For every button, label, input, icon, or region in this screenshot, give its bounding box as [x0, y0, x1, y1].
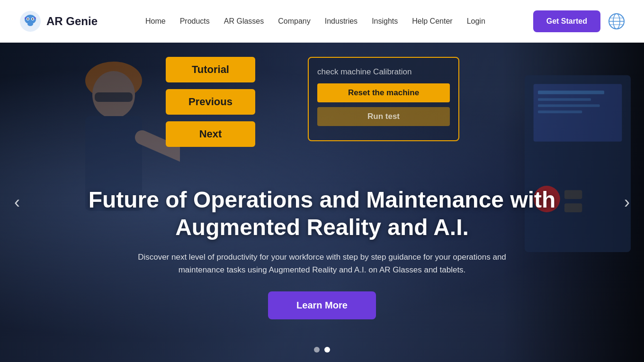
svg-rect-25 [538, 104, 600, 107]
ar-checklist-panel: check machine Calibration Reset the mach… [308, 57, 459, 141]
carousel-dot-1[interactable] [314, 347, 320, 353]
carousel-dots [314, 347, 330, 353]
svg-rect-8 [34, 18, 36, 18]
nav-item-login[interactable]: Login [467, 17, 485, 26]
hero-title: Future of Operations and Maintenance wit… [85, 186, 559, 241]
hero-section: Tutorial Previous Next check machine Cal… [0, 43, 644, 362]
svg-rect-26 [538, 110, 582, 113]
ar-checklist-title: check machine Calibration [317, 67, 450, 77]
nav-item-products[interactable]: Products [180, 17, 210, 26]
ar-buttons-panel: Tutorial Previous Next [166, 57, 255, 147]
tutorial-button[interactable]: Tutorial [166, 57, 255, 82]
learn-more-button[interactable]: Learn More [268, 291, 376, 319]
carousel-dot-2[interactable] [324, 347, 330, 353]
previous-button[interactable]: Previous [166, 89, 255, 115]
nav-item-home[interactable]: Home [145, 17, 166, 26]
svg-rect-24 [538, 98, 591, 101]
hero-content: Future of Operations and Maintenance wit… [0, 186, 644, 319]
logo[interactable]: AR Genie [19, 10, 98, 33]
next-button[interactable]: Next [166, 121, 255, 147]
svg-rect-16 [95, 92, 133, 102]
nav-item-industries[interactable]: Industries [325, 17, 358, 26]
nav-item-help-center[interactable]: Help Center [412, 17, 452, 26]
svg-rect-23 [538, 90, 604, 94]
get-started-button[interactable]: Get Started [533, 10, 600, 32]
carousel-next-button[interactable]: › [619, 188, 635, 217]
carousel-prev-button[interactable]: ‹ [9, 188, 25, 217]
nav-item-insights[interactable]: Insights [372, 17, 398, 26]
logo-text: AR Genie [46, 15, 98, 28]
nav-item-company[interactable]: Company [278, 17, 310, 26]
logo-icon [19, 10, 42, 33]
header: AR Genie Home Products AR Glasses Compan… [0, 0, 644, 43]
svg-point-5 [32, 18, 34, 19]
svg-point-4 [27, 18, 29, 19]
main-nav: Home Products AR Glasses Company Industr… [145, 17, 485, 26]
ar-checklist-item-2[interactable]: Run test [317, 107, 450, 126]
hero-subtitle: Discover next level of productivity for … [118, 251, 526, 276]
svg-point-6 [27, 22, 33, 26]
globe-icon[interactable] [608, 13, 625, 30]
nav-item-ar-glasses[interactable]: AR Glasses [224, 17, 264, 26]
ar-checklist-item-1[interactable]: Reset the machine [317, 83, 450, 102]
header-right: Get Started [533, 10, 625, 32]
svg-rect-7 [25, 18, 27, 18]
